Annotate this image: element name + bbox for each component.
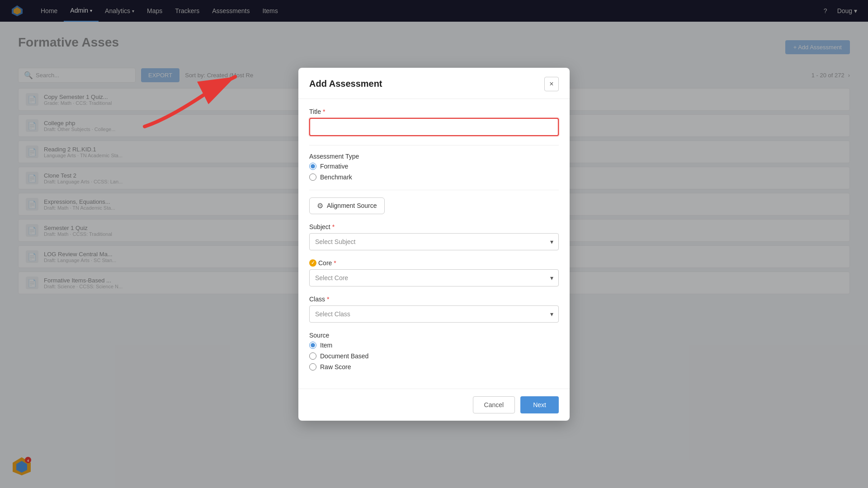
assessment-type-formative[interactable]: Formative — [309, 163, 559, 170]
source-document-based[interactable]: Document Based — [309, 352, 559, 360]
alignment-source-btn-label: Alignment Source — [327, 202, 377, 209]
source-field-group: Source Item Document Based Raw Score — [309, 332, 559, 371]
core-select-wrapper: Select Core ▾ — [309, 269, 559, 286]
modal-overlay: Add Assessment × Title * Assessment Type — [0, 0, 868, 488]
source-raw-score[interactable]: Raw Score — [309, 363, 559, 371]
benchmark-label: Benchmark — [320, 174, 352, 181]
subject-field-group: Subject * Select Subject ▾ — [309, 223, 559, 250]
assessment-type-label: Assessment Type — [309, 153, 559, 160]
source-document-radio[interactable] — [309, 352, 316, 360]
source-item-label: Item — [320, 342, 332, 349]
subject-required-indicator: * — [332, 223, 335, 230]
core-required-indicator: * — [334, 259, 336, 267]
source-raw-label: Raw Score — [320, 363, 351, 371]
next-button[interactable]: Next — [520, 396, 559, 413]
cancel-button[interactable]: Cancel — [473, 396, 515, 413]
core-icon: ✓ — [309, 259, 316, 267]
title-required-indicator: * — [323, 108, 325, 115]
modal-body: Title * Assessment Type Formative Benchm… — [298, 99, 570, 389]
source-raw-radio[interactable] — [309, 363, 316, 371]
alignment-source-button[interactable]: ⚙ Alignment Source — [309, 197, 385, 214]
source-item[interactable]: Item — [309, 342, 559, 349]
assessment-type-group: Assessment Type Formative Benchmark — [309, 153, 559, 181]
subject-select[interactable]: Select Subject — [309, 233, 559, 250]
class-field-group: Class * Select Class ▾ — [309, 296, 559, 323]
modal-title: Add Assessment — [309, 79, 382, 89]
source-item-radio[interactable] — [309, 342, 316, 349]
class-label: Class * — [309, 296, 559, 303]
source-radio-group: Item Document Based Raw Score — [309, 342, 559, 371]
formative-radio[interactable] — [309, 163, 316, 170]
class-select-wrapper: Select Class ▾ — [309, 305, 559, 323]
divider-1 — [309, 145, 559, 145]
class-required-indicator: * — [327, 296, 329, 303]
benchmark-radio[interactable] — [309, 174, 316, 181]
modal-footer: Cancel Next — [298, 389, 570, 421]
modal-close-button[interactable]: × — [544, 77, 559, 91]
subject-select-wrapper: Select Subject ▾ — [309, 233, 559, 250]
formative-label: Formative — [320, 163, 348, 170]
source-document-label: Document Based — [320, 352, 368, 360]
assessment-type-benchmark[interactable]: Benchmark — [309, 174, 559, 181]
title-field-group: Title * — [309, 108, 559, 136]
assessment-type-radio-group: Formative Benchmark — [309, 163, 559, 181]
divider-2 — [309, 190, 559, 190]
gear-icon: ⚙ — [317, 202, 323, 210]
title-input[interactable] — [309, 118, 559, 136]
subject-label: Subject * — [309, 223, 559, 230]
source-label: Source — [309, 332, 559, 339]
class-select[interactable]: Select Class — [309, 305, 559, 323]
modal-header: Add Assessment × — [298, 68, 570, 99]
alignment-source-group: ⚙ Alignment Source — [309, 197, 559, 214]
title-label: Title * — [309, 108, 559, 115]
core-label: ✓ Core * — [309, 259, 559, 267]
core-field-group: ✓ Core * Select Core ▾ — [309, 259, 559, 286]
core-select[interactable]: Select Core — [309, 269, 559, 286]
add-assessment-modal: Add Assessment × Title * Assessment Type — [298, 68, 570, 421]
